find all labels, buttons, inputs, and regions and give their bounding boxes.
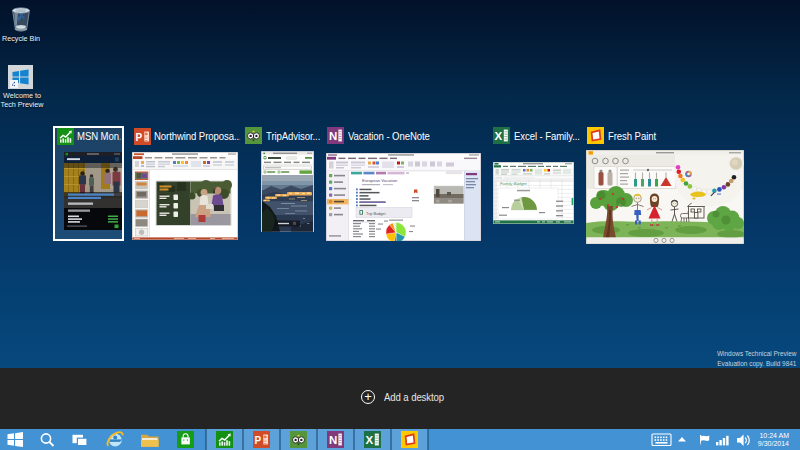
svg-text:Family Budget: Family Budget — [500, 181, 528, 186]
svg-text:Trip Budget: Trip Budget — [366, 212, 386, 216]
svg-text:European Vacation: European Vacation — [362, 178, 398, 183]
